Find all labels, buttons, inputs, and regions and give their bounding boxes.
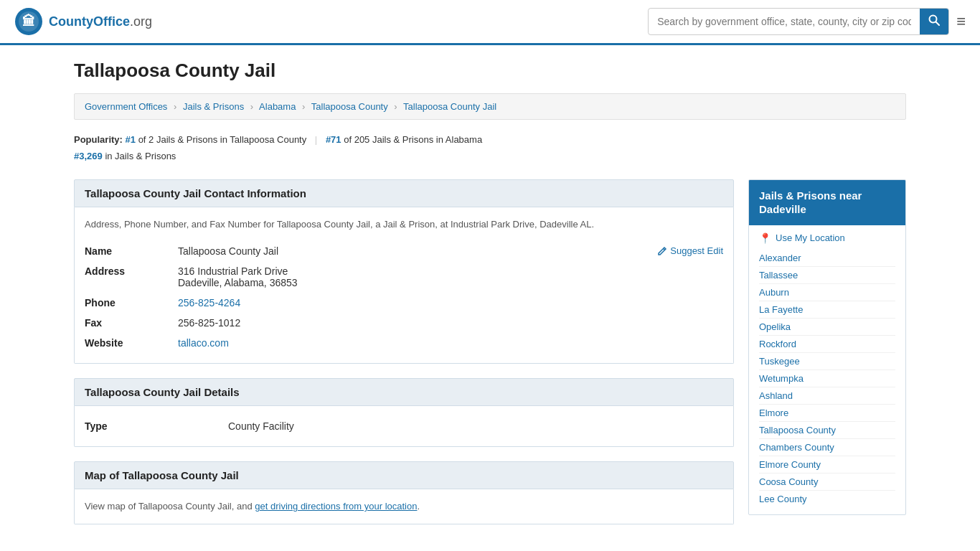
- edit-icon: [657, 246, 667, 256]
- main-content: Tallapoosa County Jail Contact Informati…: [74, 179, 734, 539]
- rank1-badge: #1: [126, 134, 136, 145]
- sidebar-link-6[interactable]: Tuskegee: [759, 353, 895, 370]
- breadcrumb-tallapoosa-county[interactable]: Tallapoosa County: [311, 101, 388, 112]
- contact-info-table: Name Tallapoosa County Jail Suggest Edit: [85, 241, 723, 353]
- rank3-text: in Jails & Prisons: [105, 151, 176, 161]
- rank2-badge: #71: [326, 134, 341, 145]
- svg-line-4: [936, 22, 940, 26]
- main-container: Tallapoosa County Jail Government Office…: [60, 45, 920, 551]
- sidebar-link-12[interactable]: Elmore County: [759, 456, 895, 474]
- popularity: Popularity: #1 of 2 Jails & Prisons in T…: [74, 131, 906, 165]
- svg-line-5: [664, 248, 665, 250]
- popularity-label: Popularity:: [74, 134, 123, 145]
- breadcrumb-sep-2: ›: [250, 101, 253, 112]
- breadcrumb: Government Offices › Jails & Prisons › A…: [74, 93, 906, 120]
- sidebar-link-2[interactable]: Auburn: [759, 284, 895, 301]
- sidebar-link-3[interactable]: La Fayette: [759, 301, 895, 319]
- phone-link[interactable]: 256-825-4264: [178, 297, 240, 309]
- use-location-link[interactable]: 📍 Use My Location: [759, 232, 895, 244]
- header-right: ≡: [648, 8, 966, 35]
- sidebar-link-5[interactable]: Rockford: [759, 336, 895, 353]
- sidebar-links-container: AlexanderTallasseeAuburnLa FayetteOpelik…: [759, 250, 895, 507]
- sidebar-link-7[interactable]: Wetumpka: [759, 370, 895, 387]
- fax-value: 256-825-1012: [178, 313, 723, 333]
- breadcrumb-sep-3: ›: [302, 101, 305, 112]
- type-label: Type: [85, 416, 228, 436]
- table-row-name: Name Tallapoosa County Jail Suggest Edit: [85, 241, 723, 261]
- content-layout: Tallapoosa County Jail Contact Informati…: [74, 179, 906, 539]
- contact-section-header: Tallapoosa County Jail Contact Informati…: [74, 179, 734, 207]
- details-section-header: Tallapoosa County Jail Details: [74, 378, 734, 406]
- header: 🏛 CountyOffice.org ≡: [0, 0, 980, 45]
- details-table: Type County Facility: [85, 416, 723, 436]
- name-label: Name: [85, 241, 178, 261]
- logo-text: CountyOffice.org: [49, 14, 152, 29]
- sidebar-link-0[interactable]: Alexander: [759, 250, 895, 267]
- search-input[interactable]: [649, 10, 920, 33]
- search-icon: [928, 14, 940, 26]
- logo-area: 🏛 CountyOffice.org: [14, 7, 152, 36]
- breadcrumb-gov-offices[interactable]: Government Offices: [85, 101, 167, 112]
- sidebar-link-4[interactable]: Opelika: [759, 319, 895, 336]
- suggest-edit-link[interactable]: Suggest Edit: [657, 245, 723, 256]
- type-value: County Facility: [228, 416, 723, 436]
- rank1-text: of 2 Jails & Prisons in Tallapoosa Count…: [138, 134, 307, 145]
- sidebar-body: 📍 Use My Location AlexanderTallasseeAubu…: [749, 225, 905, 514]
- sidebar-box: Jails & Prisons near Dadeville 📍 Use My …: [748, 179, 906, 515]
- rank3-badge: #3,269: [74, 151, 103, 161]
- contact-section-body: Address, Phone Number, and Fax Number fo…: [74, 207, 734, 364]
- map-section-body: View map of Tallapoosa County Jail, and …: [74, 489, 734, 524]
- table-row-phone: Phone 256-825-4264: [85, 293, 723, 313]
- sidebar-link-9[interactable]: Elmore: [759, 405, 895, 422]
- website-link[interactable]: tallaco.com: [178, 337, 229, 349]
- website-value: tallaco.com: [178, 333, 723, 353]
- sidebar-link-13[interactable]: Coosa County: [759, 474, 895, 491]
- breadcrumb-jail[interactable]: Tallapoosa County Jail: [403, 101, 496, 112]
- name-value: Tallapoosa County Jail Suggest Edit: [178, 241, 723, 261]
- details-section-body: Type County Facility: [74, 406, 734, 447]
- breadcrumb-sep-4: ›: [394, 101, 397, 112]
- driving-directions-link[interactable]: get driving directions from your locatio…: [255, 501, 417, 512]
- page-title: Tallapoosa County Jail: [74, 60, 906, 82]
- map-section-header: Map of Tallapoosa County Jail: [74, 461, 734, 489]
- svg-text:🏛: 🏛: [22, 14, 35, 29]
- breadcrumb-alabama[interactable]: Alabama: [259, 101, 296, 112]
- sidebar-header: Jails & Prisons near Dadeville: [749, 180, 905, 225]
- sidebar: Jails & Prisons near Dadeville 📍 Use My …: [748, 179, 906, 539]
- search-bar: [648, 8, 949, 35]
- table-row-address: Address 316 Industrial Park Drive Dadevi…: [85, 261, 723, 293]
- table-row-type: Type County Facility: [85, 416, 723, 436]
- location-pin-icon: 📍: [759, 232, 771, 244]
- table-row-fax: Fax 256-825-1012: [85, 313, 723, 333]
- table-row-website: Website tallaco.com: [85, 333, 723, 353]
- sidebar-link-11[interactable]: Chambers County: [759, 439, 895, 456]
- map-description: View map of Tallapoosa County Jail, and …: [85, 499, 723, 514]
- rank2-text: of 205 Jails & Prisons in Alabama: [344, 134, 482, 145]
- menu-button[interactable]: ≡: [956, 14, 966, 29]
- website-label: Website: [85, 333, 178, 353]
- phone-label: Phone: [85, 293, 178, 313]
- logo-icon: 🏛: [14, 7, 43, 36]
- sidebar-link-10[interactable]: Tallapoosa County: [759, 422, 895, 439]
- phone-value: 256-825-4264: [178, 293, 723, 313]
- sidebar-link-8[interactable]: Ashland: [759, 387, 895, 405]
- sidebar-link-14[interactable]: Lee County: [759, 491, 895, 507]
- search-button[interactable]: [920, 9, 948, 34]
- address-value: 316 Industrial Park Drive Dadeville, Ala…: [178, 261, 723, 293]
- sidebar-link-1[interactable]: Tallassee: [759, 267, 895, 284]
- breadcrumb-jails[interactable]: Jails & Prisons: [183, 101, 244, 112]
- contact-description: Address, Phone Number, and Fax Number fo…: [85, 217, 723, 232]
- address-label: Address: [85, 261, 178, 293]
- fax-label: Fax: [85, 313, 178, 333]
- breadcrumb-sep-1: ›: [174, 101, 176, 112]
